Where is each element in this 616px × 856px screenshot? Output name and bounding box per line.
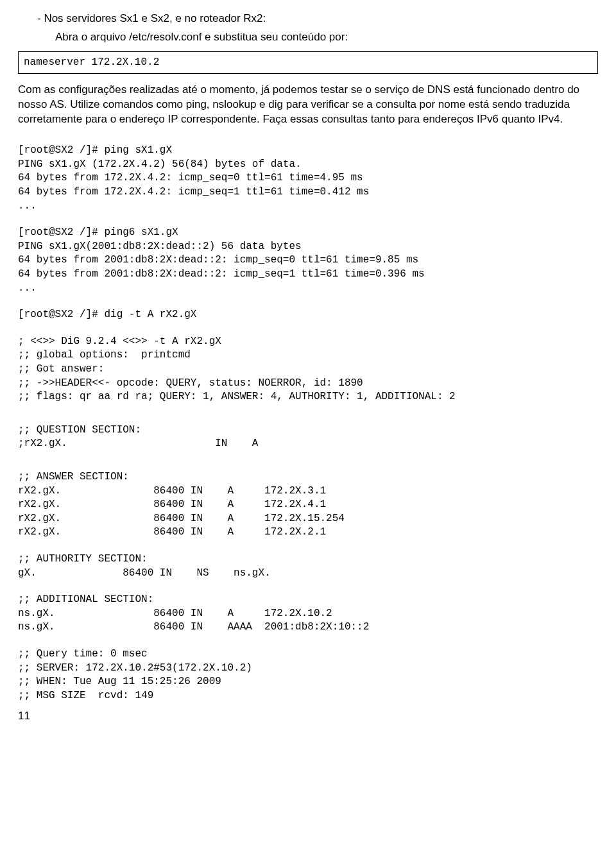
dig-additional-section: ;; ADDITIONAL SECTION: ns.gX. 86400 IN A…: [18, 593, 598, 635]
dig-authority-section: ;; AUTHORITY SECTION: gX. 86400 IN NS ns…: [18, 552, 598, 580]
code-box-nameserver: nameserver 172.2X.10.2: [18, 51, 598, 74]
dig-footer: ;; Query time: 0 msec ;; SERVER: 172.2X.…: [18, 647, 598, 703]
page-number: 11: [18, 709, 598, 724]
dig-question-section: ;; QUESTION SECTION: ;rX2.gX. IN A: [18, 424, 598, 451]
dig-header: ; <<>> DiG 9.2.4 <<>> -t A rX2.gX ;; glo…: [18, 335, 598, 404]
intro-line-1: - Nos servidores Sx1 e Sx2, e no roteado…: [37, 12, 598, 26]
terminal-ping: [root@SX2 /]# ping sX1.gX PING sX1.gX (1…: [18, 144, 598, 213]
dig-answer-section: ;; ANSWER SECTION: rX2.gX. 86400 IN A 17…: [18, 470, 598, 540]
terminal-ping6: [root@SX2 /]# ping6 sX1.gX PING sX1.gX(2…: [18, 226, 598, 295]
terminal-dig-cmd: [root@SX2 /]# dig -t A rX2.gX: [18, 308, 598, 322]
paragraph-explanation: Com as configurações realizadas até o mo…: [18, 83, 598, 127]
intro-line-2: Abra o arquivo /etc/resolv.conf e substi…: [55, 30, 598, 45]
